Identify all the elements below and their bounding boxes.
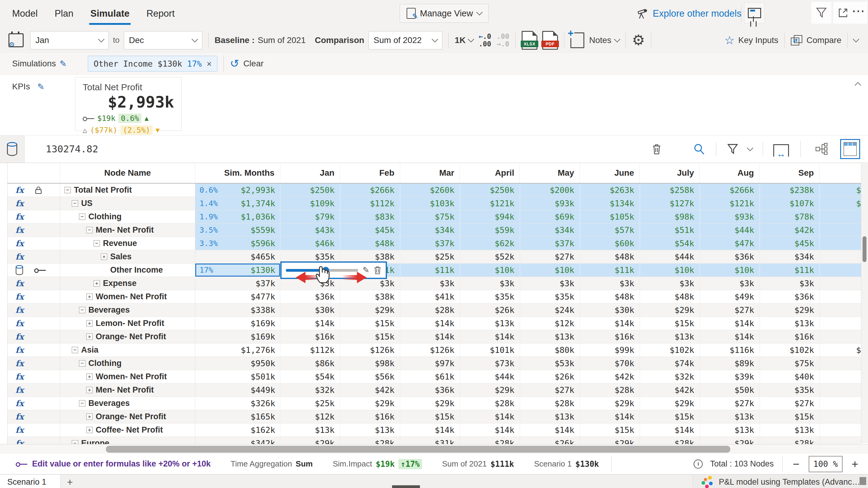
value-cell-feb[interactable]: $112k xyxy=(340,197,400,210)
add-scenario-button[interactable]: + xyxy=(61,475,79,488)
value-cell-june[interactable]: $70k xyxy=(580,357,640,370)
value-cell-partial[interactable] xyxy=(819,237,861,250)
fx-icon[interactable]: fx xyxy=(16,439,24,444)
value-cell-jan[interactable]: $36k xyxy=(280,290,340,303)
key-inputs-button[interactable]: Key Inputs xyxy=(738,35,778,45)
node-name-cell[interactable]: −Men- Net Profit xyxy=(60,224,195,236)
value-cell-jan[interactable]: $250k xyxy=(280,183,340,197)
row-function-cell[interactable]: fx xyxy=(7,410,60,423)
value-cell-sep[interactable]: $40k xyxy=(760,370,819,383)
value-cell-partial[interactable] xyxy=(819,210,861,223)
value-cell-aug[interactable]: $49k xyxy=(700,290,760,303)
node-name-cell[interactable]: −Europe xyxy=(60,437,195,444)
value-cell-may[interactable]: $13k xyxy=(520,410,580,423)
value-cell-april[interactable]: $3k xyxy=(460,277,520,290)
value-cell-may[interactable]: $69k xyxy=(520,210,580,223)
value-cell-feb[interactable]: $48k xyxy=(340,237,400,250)
value-cell-mar[interactable]: $14k xyxy=(400,317,460,330)
value-cell-july[interactable]: $54k xyxy=(640,237,700,250)
value-cell-july[interactable]: $127k xyxy=(640,197,700,210)
node-name-cell[interactable]: +Orange- Net Profit xyxy=(60,330,195,343)
value-cell-feb[interactable]: $45k xyxy=(340,224,400,236)
node-name-cell[interactable]: −Clothing xyxy=(60,210,195,223)
value-cell-aug[interactable]: $50k xyxy=(700,383,760,397)
column-header-july[interactable]: July xyxy=(640,163,700,183)
value-cell-aug[interactable]: $13k xyxy=(700,424,760,436)
column-header-sim-months[interactable]: Sim. Months xyxy=(195,163,280,183)
value-cell-sep[interactable]: $45k xyxy=(760,237,819,250)
value-cell-sep[interactable]: $42k xyxy=(760,224,819,236)
settings-gear-icon[interactable]: ⚙ xyxy=(632,33,645,48)
node-name-cell[interactable]: −Beverages xyxy=(60,397,195,410)
collapse-node-icon[interactable]: − xyxy=(72,200,78,207)
value-cell-july[interactable]: $15k xyxy=(640,410,700,423)
value-cell-july[interactable]: $29k xyxy=(640,397,700,410)
value-cell-jan[interactable]: $25k xyxy=(280,397,340,410)
value-cell-april[interactable]: $14k xyxy=(460,424,520,436)
value-cell-aug[interactable]: $10k xyxy=(700,263,760,277)
column-header-jan[interactable]: Jan xyxy=(280,163,340,183)
value-cell-partial[interactable] xyxy=(819,317,861,330)
column-header-feb[interactable]: Feb xyxy=(340,163,400,183)
node-name-cell[interactable]: +Sales xyxy=(60,250,195,263)
value-cell-jan[interactable]: $109k xyxy=(280,197,340,210)
sim-months-cell[interactable]: 17%$130k xyxy=(195,263,280,277)
value-cell-june[interactable]: $29k xyxy=(580,437,640,444)
sim-months-cell[interactable]: $465k xyxy=(195,250,280,263)
value-cell-june[interactable]: $105k xyxy=(580,210,640,223)
fx-icon[interactable]: fx xyxy=(16,319,24,327)
sim-months-cell[interactable]: 1.4%$1,374k xyxy=(195,197,280,210)
value-cell-feb[interactable]: $29k xyxy=(340,304,400,317)
tab-model[interactable]: Model xyxy=(12,0,37,27)
value-cell-mar[interactable]: $14k xyxy=(400,330,460,343)
value-cell-april[interactable]: $26k xyxy=(460,304,520,317)
value-cell-jan[interactable]: $16k xyxy=(280,330,340,343)
export-pdf-button[interactable]: PDF xyxy=(542,31,558,50)
unit-scale-dropdown[interactable]: 1K xyxy=(455,35,473,45)
value-cell-jan[interactable]: $112k xyxy=(280,344,340,356)
value-cell-mar[interactable]: $97k xyxy=(400,357,460,370)
value-cell-sep[interactable]: $29k xyxy=(760,304,819,317)
sim-months-cell[interactable]: $1,276k xyxy=(195,344,280,356)
fit-width-icon[interactable] xyxy=(773,144,789,156)
value-cell-april[interactable]: $35k xyxy=(460,290,520,303)
value-cell-may[interactable]: $12k xyxy=(520,317,580,330)
sim-months-cell[interactable]: $162k xyxy=(195,424,280,436)
period-from-select[interactable]: Jan xyxy=(30,31,109,49)
node-name-cell[interactable]: −US xyxy=(60,197,195,210)
zoom-level[interactable]: 100 % xyxy=(809,456,843,472)
row-function-cell[interactable]: fx xyxy=(7,357,60,370)
value-cell-feb[interactable]: $83k xyxy=(340,210,400,223)
value-cell-may[interactable]: $13k xyxy=(520,330,580,343)
expand-node-icon[interactable]: + xyxy=(86,293,93,300)
value-cell-partial[interactable]: $ xyxy=(819,197,861,210)
column-header-aug[interactable]: Aug xyxy=(700,163,759,183)
fx-icon[interactable]: fx xyxy=(16,399,24,407)
sim-months-cell[interactable]: $342k xyxy=(195,437,280,444)
value-cell-aug[interactable]: $44k xyxy=(700,224,760,236)
value-cell-partial[interactable]: $ xyxy=(819,183,861,197)
value-cell-partial[interactable] xyxy=(819,277,861,290)
value-cell-partial[interactable] xyxy=(819,410,861,423)
value-cell-sep[interactable]: $36k xyxy=(760,290,819,303)
value-cell-feb[interactable]: $56k xyxy=(340,370,400,383)
fx-icon[interactable]: fx xyxy=(16,386,24,394)
value-cell-july[interactable]: $48k xyxy=(640,290,700,303)
value-cell-july[interactable]: $102k xyxy=(640,344,700,356)
fx-icon[interactable]: fx xyxy=(16,333,24,341)
zoom-out-button[interactable]: − xyxy=(791,458,801,470)
value-cell-july[interactable]: $29k xyxy=(640,304,700,317)
value-cell-july[interactable]: $44k xyxy=(640,250,700,263)
column-header-mar[interactable]: Mar xyxy=(400,163,460,183)
value-cell-aug[interactable]: $29k xyxy=(700,437,760,444)
value-cell-april[interactable]: $28k xyxy=(460,397,520,410)
fx-icon[interactable]: fx xyxy=(16,306,24,314)
value-cell-aug[interactable]: $14k xyxy=(700,317,760,330)
value-cell-jan[interactable]: $32k xyxy=(280,383,340,397)
value-cell-june[interactable]: $57k xyxy=(580,224,640,236)
expand-node-icon[interactable]: + xyxy=(94,280,100,287)
value-cell-mar[interactable]: $29k xyxy=(400,397,460,410)
row-function-cell[interactable]: fx xyxy=(7,330,60,343)
simulation-chip[interactable]: Other Income $130k 17% × xyxy=(88,56,217,71)
value-cell-july[interactable]: $28k xyxy=(640,437,700,444)
